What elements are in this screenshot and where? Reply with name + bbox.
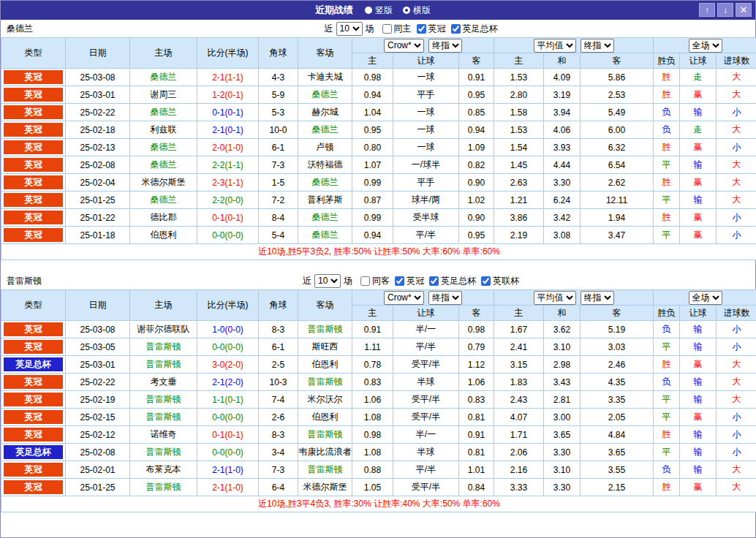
col-header-goals: 进球数 [717,306,756,321]
odds-time-select[interactable]: 终指 [428,39,462,53]
col-header-handicap-result: 让球 [680,53,717,69]
scroll-up-button[interactable]: ↑ [699,3,715,17]
match-date: 25-02-04 [66,174,130,192]
avg-home-odds: 1.53 [494,121,544,139]
league-badge: 英冠 [4,140,63,154]
checkbox-input[interactable] [429,276,439,286]
score: 1-1(0-1) [197,391,259,409]
filter-checkbox[interactable]: 英联杯 [481,275,519,287]
league-cell: 英冠 [1,409,66,426]
checkbox-label: 同主 [394,23,412,35]
avg-draw-odds: 3.30 [544,444,581,461]
odds-source-select[interactable]: Crow* [384,39,424,53]
layout-option-horizontal[interactable]: 横版 [403,4,431,17]
score: 0-1(0-1) [197,104,259,121]
corner-score: 5-3 [259,104,298,121]
checkbox-input[interactable] [451,24,461,34]
table-row: 英冠25-03-01谢周三1-2(0-1)5-9桑德兰0.94平手0.952.8… [1,86,756,104]
checkbox-input[interactable] [382,24,392,34]
match-date: 25-02-08 [66,156,130,174]
col-header-odds-handicap: 让球 [393,53,459,69]
avg-draw-odds: 3.42 [544,209,581,227]
away-odds: 0.91 [459,69,494,86]
avg-draw-odds: 3.10 [544,461,581,479]
result-cell: 负 [654,374,680,391]
games-label: 场 [366,23,374,35]
avg-time-select[interactable]: 终指 [581,39,614,53]
avg-time-select[interactable]: 终指 [581,291,614,305]
checkbox-input[interactable] [360,276,370,286]
checkbox-input[interactable] [481,276,491,286]
filter-checkbox[interactable]: 英足总杯 [429,275,476,287]
avg-draw-odds: 3.08 [544,227,581,244]
result-cell: 平 [654,391,680,409]
league-badge: 英冠 [4,340,63,354]
filter-checkbox[interactable]: 英足总杯 [451,23,498,35]
table-row: 英足总杯25-03-01普雷斯顿3-0(2-0)2-5伯恩利0.78受平/半1.… [1,356,756,374]
odds-source-select[interactable]: Crow* [384,291,424,305]
result-cell: 平 [654,444,680,461]
avg-dropdown-cell: 平均值 终指 [494,38,654,53]
handicap-result-cell: 赢 [680,479,717,496]
away-team: 斯旺西 [298,338,352,356]
filter-checkbox[interactable]: 英冠 [417,23,446,35]
corner-score: 6-1 [259,338,298,356]
away-odds: 0.79 [459,338,494,356]
scroll-down-button[interactable]: ↓ [717,3,733,17]
avg-away-odds: 4.35 [581,374,654,391]
filter-checkbox[interactable]: 英冠 [395,275,424,287]
league-cell: 英冠 [1,104,66,121]
avg-home-odds: 1.45 [494,156,544,174]
odds-dropdown-cell: Crow* 终指 [352,38,494,53]
score: 1-0(0-0) [197,321,259,338]
section-divider [1,260,755,272]
filter-row: 普雷斯顿 近 10 场 同客英冠英足总杯英联杯 [1,272,755,289]
goals-result-cell: 小 [717,139,756,156]
recent-count-select[interactable]: 10 [314,274,341,288]
avg-home-odds: 3.33 [494,479,544,496]
league-cell: 英冠 [1,461,66,479]
home-team: 桑德兰 [130,192,197,209]
league-badge: 英足总杯 [4,357,63,371]
handicap-line: 一球 [393,69,459,86]
close-button[interactable]: ✕ [736,3,752,17]
odds-time-select[interactable]: 终指 [428,291,462,305]
home-odds: 1.08 [352,444,393,461]
team-name: 桑德兰 [1,23,67,35]
checkbox-input[interactable] [417,24,426,34]
table-row: 英冠25-02-19普雷斯顿1-1(0-1)7-4米尔沃尔1.06受平/半0.8… [1,391,756,409]
handicap-line: 平/半 [393,227,459,244]
avg-select[interactable]: 平均值 [534,39,576,53]
avg-away-odds: 5.49 [581,104,654,121]
home-team: 德比郡 [130,209,197,227]
result-cell: 平 [654,156,680,174]
table-row: 英冠25-01-25桑德兰2-2(0-0)7-2普利茅斯0.87球半/两1.02… [1,192,756,209]
corner-score: 2-6 [259,409,298,426]
away-team: 桑德兰 [298,227,352,244]
checkbox-label: 英联杯 [493,275,519,287]
matches-table: 类型 日期 主场 比分(半场) 角球 客场 Crow* 终指 平均值 [1,289,756,512]
checkbox-input[interactable] [395,276,404,286]
league-badge: 英冠 [4,88,63,102]
table-row: 英冠25-02-01布莱克本2-1(1-0)7-3普雷斯顿0.88平/半1.01… [1,461,756,479]
goals-result-cell: 大 [717,461,756,479]
score: 0-0(0-0) [197,409,259,426]
goals-result-cell: 小 [717,209,756,227]
away-team: 卡迪夫城 [298,69,352,86]
result-cell: 负 [654,461,680,479]
goals-result-cell: 大 [717,391,756,409]
scope-select[interactable]: 全场 [689,39,722,53]
match-date: 25-02-19 [66,391,130,409]
scope-select[interactable]: 全场 [689,291,722,305]
away-team: 桑德兰 [298,121,352,139]
match-date: 25-02-22 [66,374,130,391]
col-header-avg-home: 主 [494,306,544,321]
home-odds: 1.05 [352,479,393,496]
avg-select[interactable]: 平均值 [534,291,576,305]
recent-count-select[interactable]: 10 [336,22,363,36]
filter-checkbox[interactable]: 同主 [382,23,412,35]
filter-checkbox[interactable]: 同客 [360,275,390,287]
corner-score: 2-5 [259,356,298,374]
handicap-line: 半/一 [393,426,459,444]
layout-option-vertical[interactable]: 竖版 [365,4,393,17]
